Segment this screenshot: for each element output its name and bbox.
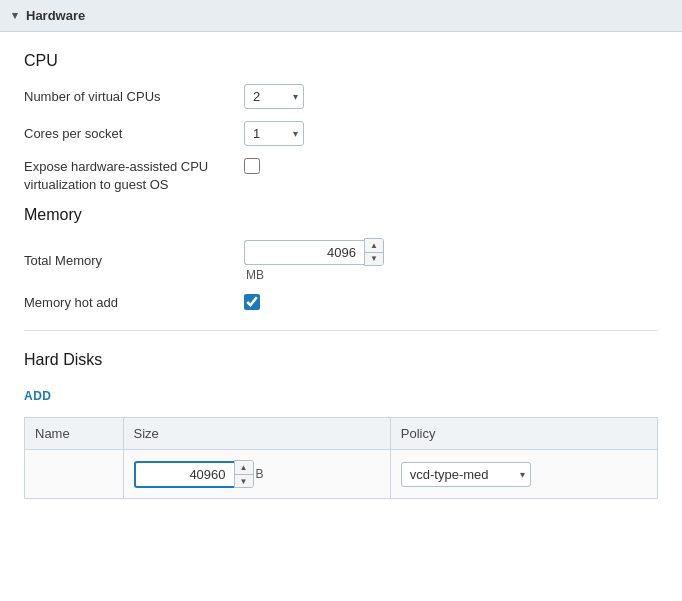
memory-hotadd-row: Memory hot add [24, 294, 658, 310]
disk-size-increment-button[interactable]: ▲ [235, 461, 253, 474]
cpu-title: CPU [24, 52, 658, 70]
cores-label: Cores per socket [24, 126, 244, 141]
memory-title: Memory [24, 206, 658, 224]
disk-size-unit: B [256, 467, 264, 481]
policy-select-wrapper: vcd-type-med vcd-type-high vcd-type-low … [401, 462, 531, 487]
virtualization-checkbox[interactable] [244, 158, 260, 174]
total-memory-row: Total Memory 4096 ▲ ▼ MB [24, 238, 658, 282]
vcpu-select-wrapper: 1 2 4 8 ▾ [244, 84, 304, 109]
cores-select-wrapper: 1 2 4 ▾ [244, 121, 304, 146]
table-row: ▲ ▼ B vcd-type-med vcd-type-high vcd-typ… [25, 450, 658, 499]
hard-disks-section: Hard Disks ADD Name Size Policy [24, 351, 658, 499]
vcpu-select[interactable]: 1 2 4 8 [244, 84, 304, 109]
disk-size-decrement-button[interactable]: ▼ [235, 474, 253, 487]
memory-control-col: 4096 ▲ ▼ MB [244, 238, 384, 282]
memory-section: Memory Total Memory 4096 ▲ ▼ MB [24, 206, 658, 310]
memory-spinner-buttons: ▲ ▼ [364, 238, 384, 266]
cores-row: Cores per socket 1 2 4 ▾ [24, 121, 658, 146]
col-policy: Policy [390, 418, 657, 450]
total-memory-label: Total Memory [24, 253, 244, 268]
section-divider [24, 330, 658, 331]
cores-select[interactable]: 1 2 4 [244, 121, 304, 146]
virtualization-label: Expose hardware-assisted CPU virtualizat… [24, 158, 244, 194]
virtualization-checkbox-wrapper [244, 158, 260, 174]
memory-top-row: 4096 ▲ ▼ [244, 238, 384, 266]
disk-name-cell [25, 450, 124, 499]
section-title: Hardware [26, 8, 85, 23]
disk-size-input[interactable] [134, 461, 234, 488]
memory-hotadd-checkbox[interactable] [244, 294, 260, 310]
disk-size-cell: ▲ ▼ B [123, 450, 390, 499]
chevron-down-icon: ▾ [12, 9, 18, 22]
disk-policy-cell: vcd-type-med vcd-type-high vcd-type-low … [390, 450, 657, 499]
hardware-section-header[interactable]: ▾ Hardware [0, 0, 682, 32]
disk-table-header-row: Name Size Policy [25, 418, 658, 450]
disk-table: Name Size Policy ▲ ▼ B [24, 417, 658, 499]
memory-hotadd-checkbox-wrapper [244, 294, 260, 310]
col-size: Size [123, 418, 390, 450]
vcpu-row: Number of virtual CPUs 1 2 4 8 ▾ [24, 84, 658, 109]
memory-decrement-button[interactable]: ▼ [365, 252, 383, 265]
memory-unit: MB [246, 268, 384, 282]
memory-hotadd-label: Memory hot add [24, 295, 244, 310]
hard-disks-title: Hard Disks [24, 351, 658, 369]
col-name: Name [25, 418, 124, 450]
memory-input[interactable]: 4096 [244, 240, 364, 265]
vcpu-label: Number of virtual CPUs [24, 89, 244, 104]
add-disk-link[interactable]: ADD [24, 389, 52, 403]
cpu-section: CPU Number of virtual CPUs 1 2 4 8 ▾ Cor… [24, 52, 658, 194]
disk-policy-select[interactable]: vcd-type-med vcd-type-high vcd-type-low [401, 462, 531, 487]
disk-size-wrapper: ▲ ▼ B [134, 460, 380, 488]
memory-spinbox: 4096 ▲ ▼ [244, 238, 384, 266]
disk-size-spinner-buttons: ▲ ▼ [234, 460, 254, 488]
memory-increment-button[interactable]: ▲ [365, 239, 383, 252]
virtualization-row: Expose hardware-assisted CPU virtualizat… [24, 158, 658, 194]
